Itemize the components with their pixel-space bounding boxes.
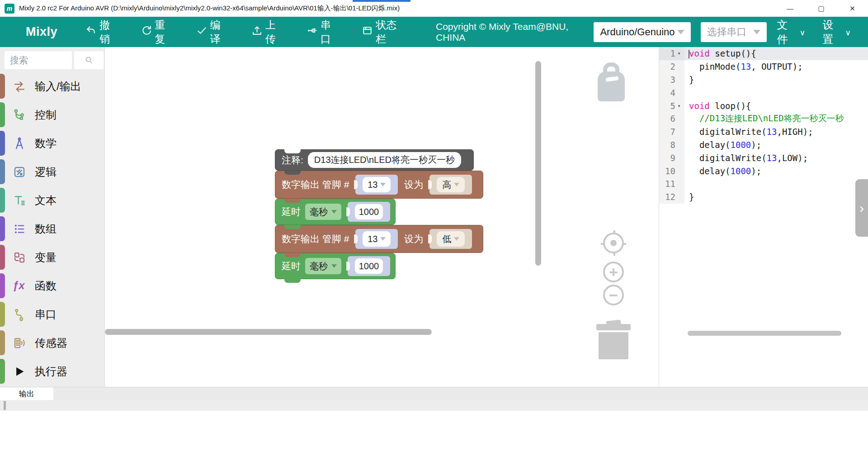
fold-icon[interactable]: ▾ — [675, 50, 683, 57]
compile-button[interactable]: 编译 — [196, 18, 229, 46]
code-text: delay(1000); — [684, 140, 868, 150]
main-toolbar: Mixly 撤销重复编译上传串口状态栏 Copyright © Mixly Te… — [0, 17, 868, 47]
trash-icon[interactable] — [596, 324, 631, 330]
collapse-panel-button[interactable]: › — [855, 179, 868, 237]
category-label: 数组 — [35, 222, 57, 236]
search-button[interactable] — [74, 51, 104, 69]
pin-number-block[interactable]: 13 — [355, 229, 398, 249]
serial-button[interactable]: 串口 — [307, 18, 339, 46]
line-number: 2 — [659, 60, 684, 73]
undo-icon — [85, 25, 97, 39]
text-icon — [13, 194, 26, 207]
delay-unit-dropdown[interactable]: 毫秒 — [305, 204, 341, 220]
code-line-11[interactable]: 11 — [659, 177, 868, 191]
pin-value[interactable]: 13 — [368, 180, 377, 190]
pin-number-block[interactable]: 13 — [355, 175, 398, 195]
sidebar-item-variable[interactable]: 变量 — [0, 243, 104, 272]
code-line-10[interactable]: 10 delay(1000); — [659, 164, 868, 177]
fold-icon[interactable]: ▾ — [675, 103, 683, 109]
pin-value[interactable]: 13 — [368, 234, 377, 244]
code-text: void setup(){ — [684, 48, 868, 58]
block-comment[interactable]: 注释: D13连接LED\nLED将亮一秒灭一秒 — [275, 149, 474, 171]
delay-value-block[interactable]: 1000 — [348, 256, 390, 276]
zoom-in-button[interactable]: + — [603, 262, 624, 282]
sidebar-item-text[interactable]: 文本 — [0, 186, 104, 214]
code-text: } — [684, 192, 868, 202]
check-icon — [196, 25, 208, 39]
minimize-button[interactable]: — — [774, 0, 806, 17]
block-delay-2[interactable]: 延时 毫秒 1000 — [275, 253, 396, 279]
dropdown-icon[interactable] — [380, 237, 386, 241]
sidebar-item-array[interactable]: 数组 — [0, 214, 104, 243]
code-line-2[interactable]: 2 pinMode(13, OUTPUT); — [659, 60, 868, 73]
code-text: digitalWrite(13,LOW); — [684, 153, 868, 163]
menu-settings[interactable]: 设置 ∨ — [822, 18, 851, 47]
window-icon — [362, 25, 373, 39]
chevron-down-icon: ∨ — [800, 28, 805, 38]
menu-file[interactable]: 文件 ∨ — [777, 18, 805, 47]
dropdown-icon[interactable] — [380, 183, 386, 186]
code-line-9[interactable]: 9 digitalWrite(13,LOW); — [659, 151, 868, 164]
line-number: 5▾ — [659, 99, 684, 112]
control-icon — [13, 108, 26, 122]
category-list: 输入/输出控制数学逻辑文本数组变量ƒx函数串口传感器执行器 — [0, 72, 104, 386]
category-color-bar — [0, 302, 5, 327]
delay-value[interactable]: 1000 — [359, 207, 379, 217]
undo-button[interactable]: 撤销 — [85, 18, 118, 46]
code-line-3[interactable]: 3} — [659, 73, 868, 86]
code-horizontal-scrollbar[interactable] — [688, 331, 841, 336]
console-scrollbar[interactable] — [4, 401, 6, 410]
sidebar-item-control[interactable]: 控制 — [0, 100, 104, 129]
code-line-5[interactable]: 5▾void loop(){ — [659, 99, 868, 112]
port-select[interactable]: 选择串口 — [701, 22, 767, 42]
code-line-4[interactable]: 4 — [659, 86, 868, 99]
sidebar-item-actuator[interactable]: 执行器 — [0, 357, 104, 386]
trash-icon[interactable] — [599, 332, 628, 359]
blockly-workspace[interactable]: 注释: D13连接LED\nLED将亮一秒灭一秒 数字输出 管脚 # 13 设为… — [105, 47, 659, 387]
backpack-icon[interactable] — [598, 71, 625, 101]
level-block[interactable]: 低 — [429, 229, 472, 249]
sidebar-item-sensor[interactable]: 传感器 — [0, 329, 104, 357]
title-bar: m Mixly 2.0 rc2 For Arduino AVR (D:\mixl… — [0, 0, 868, 17]
sidebar-item-io[interactable]: 输入/输出 — [0, 72, 104, 100]
canvas-horizontal-scrollbar[interactable] — [105, 329, 432, 335]
code-line-7[interactable]: 7 digitalWrite(13,HIGH); — [659, 125, 868, 138]
statusbar-button[interactable]: 状态栏 — [362, 18, 404, 46]
toolbar-button-label: 状态栏 — [376, 18, 404, 46]
zoom-out-button[interactable]: − — [603, 285, 624, 305]
line-number: 9 — [659, 151, 684, 164]
array-icon — [13, 222, 26, 236]
block-delay-1[interactable]: 延时 毫秒 1000 — [275, 199, 396, 225]
code-line-6[interactable]: 6 //D13连接LED\nLED将亮一秒灭一秒 — [659, 112, 868, 125]
block-digital-write-low[interactable]: 数字输出 管脚 # 13 设为 低 — [275, 225, 483, 253]
delay-value-block[interactable]: 1000 — [348, 202, 390, 222]
level-block[interactable]: 高 — [429, 175, 472, 195]
tab-output[interactable]: 输出 — [0, 387, 53, 400]
sidebar-item-serialport[interactable]: 串口 — [0, 300, 104, 329]
code-editor[interactable]: 1▾void setup(){2 pinMode(13, OUTPUT);3}4… — [659, 47, 868, 387]
output-tab-bar: 输出 — [0, 387, 868, 400]
code-line-12[interactable]: 12} — [659, 191, 868, 204]
upload-button[interactable]: 上传 — [251, 18, 284, 46]
search-input[interactable] — [5, 51, 72, 69]
level-value[interactable]: 高 — [442, 179, 451, 191]
board-select[interactable]: Arduino/Genuino — [594, 22, 690, 42]
code-line-1[interactable]: 1▾void setup(){ — [659, 47, 868, 60]
zoom-reset-button[interactable] — [603, 233, 624, 253]
level-value[interactable]: 低 — [442, 233, 451, 245]
delay-value[interactable]: 1000 — [359, 261, 379, 272]
dropdown-icon[interactable] — [454, 183, 459, 186]
close-button[interactable]: ✕ — [837, 0, 868, 17]
comment-text-field[interactable]: D13连接LED\nLED将亮一秒灭一秒 — [308, 152, 461, 168]
sidebar-item-math[interactable]: 数学 — [0, 129, 104, 157]
delay-unit-dropdown[interactable]: 毫秒 — [305, 258, 341, 274]
maximize-button[interactable]: ▢ — [806, 0, 837, 17]
sidebar-item-function[interactable]: ƒx函数 — [0, 272, 104, 300]
block-digital-write-high[interactable]: 数字输出 管脚 # 13 设为 高 — [275, 171, 483, 199]
canvas-vertical-scrollbar[interactable] — [535, 61, 541, 266]
redo-button[interactable]: 重复 — [141, 18, 173, 46]
sidebar-item-logic[interactable]: 逻辑 — [0, 157, 104, 186]
category-color-bar — [0, 273, 5, 298]
dropdown-icon[interactable] — [454, 237, 459, 241]
code-line-8[interactable]: 8 delay(1000); — [659, 138, 868, 152]
